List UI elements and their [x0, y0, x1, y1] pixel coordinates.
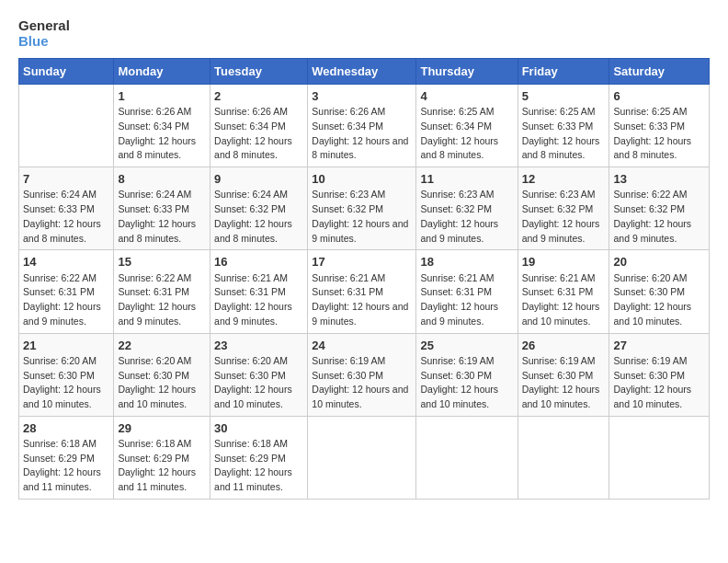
- cell-info: Sunrise: 6:21 AMSunset: 6:31 PMDaylight:…: [420, 271, 513, 329]
- day-number: 20: [613, 254, 705, 270]
- calendar-cell: 28Sunrise: 6:18 AMSunset: 6:29 PMDayligh…: [19, 416, 114, 499]
- calendar-cell: 18Sunrise: 6:21 AMSunset: 6:31 PMDayligh…: [416, 250, 518, 333]
- day-number: 18: [420, 254, 513, 270]
- calendar-cell: [308, 416, 416, 499]
- cell-info: Sunrise: 6:19 AMSunset: 6:30 PMDaylight:…: [613, 354, 705, 412]
- cell-info: Sunrise: 6:22 AMSunset: 6:31 PMDaylight:…: [118, 271, 206, 329]
- day-number: 13: [613, 171, 705, 188]
- header-wednesday: Wednesday: [308, 59, 416, 85]
- calendar-cell: [416, 416, 518, 499]
- cell-info: Sunrise: 6:24 AMSunset: 6:32 PMDaylight:…: [214, 188, 303, 246]
- header-friday: Friday: [518, 59, 609, 85]
- week-row-4: 21Sunrise: 6:20 AMSunset: 6:30 PMDayligh…: [19, 333, 710, 416]
- day-number: 25: [420, 338, 513, 354]
- calendar-cell: [19, 85, 114, 167]
- header-thursday: Thursday: [416, 59, 518, 85]
- logo-line2: Blue: [18, 34, 70, 50]
- day-number: 22: [118, 338, 206, 354]
- calendar-cell: 22Sunrise: 6:20 AMSunset: 6:30 PMDayligh…: [114, 333, 210, 416]
- day-number: 21: [23, 338, 109, 354]
- day-number: 15: [118, 254, 206, 270]
- logo: General Blue General Blue: [18, 18, 70, 49]
- logo-line1: General: [18, 18, 70, 34]
- day-number: 6: [613, 88, 705, 105]
- calendar-cell: 7Sunrise: 6:24 AMSunset: 6:33 PMDaylight…: [19, 167, 114, 250]
- cell-info: Sunrise: 6:18 AMSunset: 6:29 PMDaylight:…: [118, 437, 206, 495]
- cell-info: Sunrise: 6:20 AMSunset: 6:30 PMDaylight:…: [214, 354, 303, 412]
- header-sunday: Sunday: [19, 59, 114, 85]
- day-number: 2: [214, 88, 303, 105]
- week-row-1: 1Sunrise: 6:26 AMSunset: 6:34 PMDaylight…: [19, 85, 710, 167]
- calendar-cell: 3Sunrise: 6:26 AMSunset: 6:34 PMDaylight…: [308, 85, 416, 167]
- calendar-cell: 14Sunrise: 6:22 AMSunset: 6:31 PMDayligh…: [19, 250, 114, 333]
- cell-info: Sunrise: 6:18 AMSunset: 6:29 PMDaylight:…: [214, 437, 303, 495]
- header-monday: Monday: [114, 59, 210, 85]
- calendar-cell: 15Sunrise: 6:22 AMSunset: 6:31 PMDayligh…: [114, 250, 210, 333]
- calendar-cell: 5Sunrise: 6:25 AMSunset: 6:33 PMDaylight…: [518, 85, 609, 167]
- calendar-cell: 27Sunrise: 6:19 AMSunset: 6:30 PMDayligh…: [609, 333, 710, 416]
- day-number: 8: [118, 171, 206, 188]
- calendar-cell: 20Sunrise: 6:20 AMSunset: 6:30 PMDayligh…: [609, 250, 710, 333]
- day-number: 28: [23, 420, 109, 437]
- calendar-cell: 19Sunrise: 6:21 AMSunset: 6:31 PMDayligh…: [518, 250, 609, 333]
- cell-info: Sunrise: 6:21 AMSunset: 6:31 PMDaylight:…: [214, 271, 303, 329]
- cell-info: Sunrise: 6:26 AMSunset: 6:34 PMDaylight:…: [214, 105, 303, 163]
- cell-info: Sunrise: 6:20 AMSunset: 6:30 PMDaylight:…: [613, 271, 705, 329]
- day-number: 7: [23, 171, 109, 188]
- day-number: 30: [214, 420, 303, 437]
- cell-info: Sunrise: 6:23 AMSunset: 6:32 PMDaylight:…: [522, 188, 606, 246]
- calendar-cell: 9Sunrise: 6:24 AMSunset: 6:32 PMDaylight…: [210, 167, 308, 250]
- cell-info: Sunrise: 6:21 AMSunset: 6:31 PMDaylight:…: [522, 271, 606, 329]
- calendar-cell: 6Sunrise: 6:25 AMSunset: 6:33 PMDaylight…: [609, 85, 710, 167]
- cell-info: Sunrise: 6:22 AMSunset: 6:32 PMDaylight:…: [613, 188, 705, 246]
- calendar-table: SundayMondayTuesdayWednesdayThursdayFrid…: [18, 58, 710, 500]
- cell-info: Sunrise: 6:25 AMSunset: 6:34 PMDaylight:…: [420, 105, 513, 163]
- cell-info: Sunrise: 6:21 AMSunset: 6:31 PMDaylight:…: [312, 271, 412, 329]
- calendar-cell: 24Sunrise: 6:19 AMSunset: 6:30 PMDayligh…: [308, 333, 416, 416]
- header-saturday: Saturday: [609, 59, 710, 85]
- day-number: 29: [118, 420, 206, 437]
- cell-info: Sunrise: 6:18 AMSunset: 6:29 PMDaylight:…: [23, 437, 109, 495]
- day-number: 5: [522, 88, 606, 105]
- calendar-cell: [609, 416, 710, 499]
- day-number: 24: [312, 338, 412, 354]
- calendar-cell: 12Sunrise: 6:23 AMSunset: 6:32 PMDayligh…: [518, 167, 609, 250]
- calendar-cell: 26Sunrise: 6:19 AMSunset: 6:30 PMDayligh…: [518, 333, 609, 416]
- calendar-cell: 21Sunrise: 6:20 AMSunset: 6:30 PMDayligh…: [19, 333, 114, 416]
- cell-info: Sunrise: 6:19 AMSunset: 6:30 PMDaylight:…: [420, 354, 513, 412]
- cell-info: Sunrise: 6:24 AMSunset: 6:33 PMDaylight:…: [23, 188, 109, 246]
- calendar-cell: 1Sunrise: 6:26 AMSunset: 6:34 PMDaylight…: [114, 85, 210, 167]
- cell-info: Sunrise: 6:26 AMSunset: 6:34 PMDaylight:…: [118, 105, 206, 163]
- day-number: 27: [613, 338, 705, 354]
- calendar-cell: 8Sunrise: 6:24 AMSunset: 6:33 PMDaylight…: [114, 167, 210, 250]
- calendar-cell: 11Sunrise: 6:23 AMSunset: 6:32 PMDayligh…: [416, 167, 518, 250]
- calendar-cell: 30Sunrise: 6:18 AMSunset: 6:29 PMDayligh…: [210, 416, 308, 499]
- calendar-cell: 29Sunrise: 6:18 AMSunset: 6:29 PMDayligh…: [114, 416, 210, 499]
- day-number: 12: [522, 171, 606, 188]
- cell-info: Sunrise: 6:20 AMSunset: 6:30 PMDaylight:…: [23, 354, 109, 412]
- calendar-cell: 25Sunrise: 6:19 AMSunset: 6:30 PMDayligh…: [416, 333, 518, 416]
- day-number: 17: [312, 254, 412, 270]
- cell-info: Sunrise: 6:23 AMSunset: 6:32 PMDaylight:…: [312, 188, 412, 246]
- cell-info: Sunrise: 6:26 AMSunset: 6:34 PMDaylight:…: [312, 105, 412, 163]
- cell-info: Sunrise: 6:25 AMSunset: 6:33 PMDaylight:…: [613, 105, 705, 163]
- page-header: General Blue General Blue: [18, 18, 710, 49]
- header-tuesday: Tuesday: [210, 59, 308, 85]
- cell-info: Sunrise: 6:19 AMSunset: 6:30 PMDaylight:…: [522, 354, 606, 412]
- calendar-cell: 16Sunrise: 6:21 AMSunset: 6:31 PMDayligh…: [210, 250, 308, 333]
- cell-info: Sunrise: 6:23 AMSunset: 6:32 PMDaylight:…: [420, 188, 513, 246]
- day-number: 14: [23, 254, 109, 270]
- calendar-cell: 13Sunrise: 6:22 AMSunset: 6:32 PMDayligh…: [609, 167, 710, 250]
- day-number: 10: [312, 171, 412, 188]
- calendar-cell: 17Sunrise: 6:21 AMSunset: 6:31 PMDayligh…: [308, 250, 416, 333]
- day-number: 3: [312, 88, 412, 105]
- week-row-2: 7Sunrise: 6:24 AMSunset: 6:33 PMDaylight…: [19, 167, 710, 250]
- calendar-cell: 2Sunrise: 6:26 AMSunset: 6:34 PMDaylight…: [210, 85, 308, 167]
- day-number: 16: [214, 254, 303, 270]
- calendar-header-row: SundayMondayTuesdayWednesdayThursdayFrid…: [19, 59, 710, 85]
- calendar-cell: [518, 416, 609, 499]
- day-number: 4: [420, 88, 513, 105]
- cell-info: Sunrise: 6:22 AMSunset: 6:31 PMDaylight:…: [23, 271, 109, 329]
- day-number: 1: [118, 88, 206, 105]
- cell-info: Sunrise: 6:24 AMSunset: 6:33 PMDaylight:…: [118, 188, 206, 246]
